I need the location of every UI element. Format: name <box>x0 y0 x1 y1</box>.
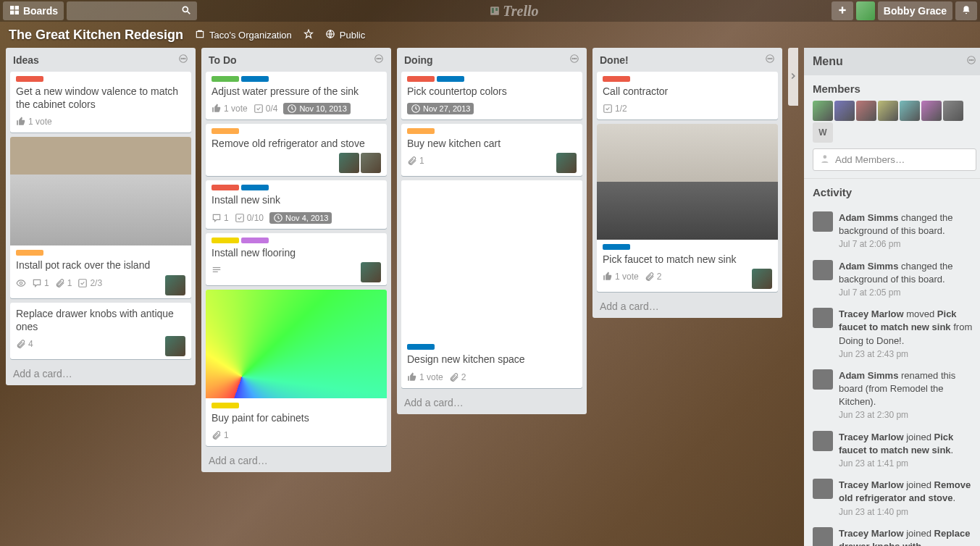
card[interactable]: Install pot rack over the island 1 1 2/3 <box>10 137 191 298</box>
svg-rect-11 <box>196 31 203 37</box>
card[interactable]: Install new flooring <box>206 233 387 285</box>
member-avatar[interactable] <box>165 275 185 295</box>
attachments-badge: 1 <box>55 278 72 288</box>
list-cards: Get a new window valence to match the ca… <box>6 69 196 362</box>
member-avatar[interactable] <box>943 101 963 121</box>
list-menu-icon[interactable] <box>569 54 579 66</box>
card[interactable]: Remove old refrigerator and stove <box>206 124 387 176</box>
member-avatar[interactable] <box>556 153 577 173</box>
card-labels <box>16 76 185 82</box>
user-menu[interactable]: Bobby Grace <box>878 1 952 20</box>
member-avatar[interactable] <box>856 101 876 121</box>
card[interactable]: Buy paint for cabinets 1 <box>206 290 387 446</box>
member-avatar[interactable] <box>813 101 833 121</box>
activity-item: Tracey Marlow joined Replace drawer knob… <box>804 523 980 546</box>
activity-actor[interactable]: Adam Simms <box>839 261 898 272</box>
board-org[interactable]: Taco's Organization <box>195 29 292 41</box>
checklist-badge: 0/10 <box>235 213 264 223</box>
activity-text: Tracey Marlow joined Pick faucet to matc… <box>839 431 976 471</box>
activity-text: Adam Simms changed the background of thi… <box>839 211 976 251</box>
votes-badge: 1 vote <box>212 104 248 114</box>
add-card-button[interactable]: Add a card… <box>201 449 391 472</box>
svg-point-41 <box>969 59 970 60</box>
menu-more-icon[interactable] <box>966 55 976 68</box>
activity-actor[interactable]: Tracey Marlow <box>839 308 904 319</box>
activity-actor[interactable]: Adam Simms <box>839 370 898 381</box>
activity-avatar[interactable] <box>813 479 833 499</box>
member-avatar[interactable] <box>361 262 381 282</box>
list-title[interactable]: Done! <box>600 54 629 66</box>
org-icon <box>195 29 205 41</box>
list-menu-icon[interactable] <box>178 54 188 66</box>
label-orange <box>407 128 435 134</box>
user-avatar[interactable] <box>856 1 875 20</box>
app-logo[interactable]: Trello <box>200 3 829 20</box>
activity-avatar[interactable] <box>813 308 833 328</box>
activity-avatar[interactable] <box>813 260 833 280</box>
org-name: Taco's Organization <box>209 30 292 41</box>
activity-actor[interactable]: Tracey Marlow <box>839 479 904 490</box>
member-avatar[interactable] <box>900 101 920 121</box>
label-blue <box>603 244 630 250</box>
boards-button[interactable]: Boards <box>3 1 64 20</box>
card[interactable]: Buy new kitchen cart 1 <box>401 124 582 176</box>
card[interactable]: Get a new window valence to match the ca… <box>10 72 191 133</box>
menu-sidebar: Menu Members W Add Members… Activity Ada… <box>804 48 980 546</box>
add-card-button[interactable]: Add a card… <box>592 295 782 318</box>
create-button[interactable] <box>832 1 853 20</box>
member-avatar-initial[interactable]: W <box>813 122 833 143</box>
activity-avatar[interactable] <box>813 211 833 232</box>
svg-point-42 <box>971 59 971 60</box>
member-avatar[interactable] <box>834 101 855 121</box>
member-avatar[interactable] <box>165 336 185 356</box>
attachments-badge: 1 <box>407 156 424 166</box>
activity-item: Tracey Marlow moved Pick faucet to match… <box>804 303 980 365</box>
board-title[interactable]: The Great Kitchen Redesign <box>9 28 183 43</box>
app-name: Trello <box>503 3 538 20</box>
card[interactable]: Pick countertop colors Nov 27, 2013 <box>401 72 582 119</box>
activity-avatar[interactable] <box>813 431 833 451</box>
card[interactable]: Pick faucet to match new sink 1 vote 2 <box>597 124 778 292</box>
member-avatar[interactable] <box>752 269 772 289</box>
card[interactable]: Replace drawer knobs with antique ones 4 <box>10 303 191 359</box>
card[interactable]: Design new kitchen space 1 vote 2 <box>401 180 582 387</box>
svg-point-21 <box>378 58 379 59</box>
due-badge: Nov 27, 2013 <box>407 103 474 114</box>
activity-item: Adam Simms changed the background of thi… <box>804 256 980 304</box>
menu-toggle[interactable] <box>788 48 798 106</box>
due-badge: Nov 4, 2013 <box>269 212 332 224</box>
visibility-button[interactable]: Public <box>325 29 365 41</box>
activity-actor[interactable]: Adam Simms <box>839 212 898 223</box>
card[interactable]: Adjust water pressure of the sink 1 vote… <box>206 72 387 119</box>
svg-rect-7 <box>492 7 494 12</box>
list-menu-icon[interactable] <box>765 54 775 66</box>
card-title: Buy paint for cabinets <box>212 411 381 424</box>
member-avatar[interactable] <box>921 101 942 121</box>
add-card-button[interactable]: Add a card… <box>6 362 196 385</box>
svg-point-32 <box>574 58 574 59</box>
search-input[interactable] <box>67 1 197 20</box>
list-title[interactable]: Ideas <box>13 54 39 66</box>
notifications-button[interactable] <box>955 1 977 20</box>
list-title[interactable]: Doing <box>404 54 433 66</box>
card[interactable]: Install new sink 1 0/10 Nov 4, 2013 <box>206 180 387 228</box>
card-labels <box>16 250 185 256</box>
activity-avatar[interactable] <box>813 369 833 390</box>
member-avatar[interactable] <box>878 101 898 121</box>
list-menu-icon[interactable] <box>374 54 384 66</box>
activity-actor[interactable]: Tracey Marlow <box>839 528 904 539</box>
add-members-button[interactable]: Add Members… <box>813 148 976 171</box>
star-button[interactable] <box>303 29 314 41</box>
activity-avatar[interactable] <box>813 527 833 546</box>
svg-rect-0 <box>10 6 14 9</box>
card[interactable]: Call contractor 1/2 <box>597 72 778 119</box>
activity-actor[interactable]: Tracey Marlow <box>839 432 904 442</box>
checklist-badge: 2/3 <box>78 278 102 288</box>
list-title[interactable]: To Do <box>209 54 237 66</box>
member-avatar[interactable] <box>361 153 381 173</box>
member-avatar[interactable] <box>339 153 359 173</box>
svg-rect-23 <box>254 105 262 113</box>
add-card-button[interactable]: Add a card… <box>397 391 587 414</box>
card-cover-image <box>597 124 778 240</box>
svg-point-16 <box>185 58 185 59</box>
